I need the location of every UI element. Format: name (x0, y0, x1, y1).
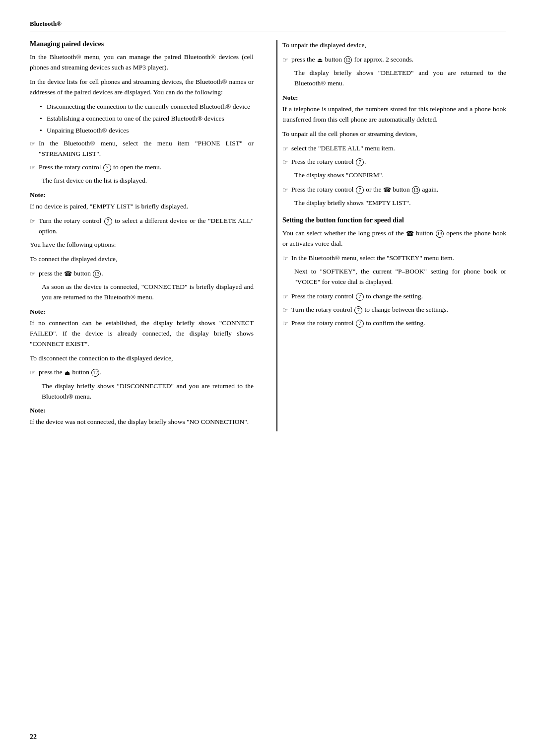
instruction-item: ☞ Press the rotary control 7 to open the… (30, 162, 254, 173)
arrow-icon: ☞ (282, 185, 288, 195)
eject-icon: ⏏ (65, 368, 70, 378)
instruction-text: Press the rotary control 7 or the ☎ butt… (291, 185, 506, 195)
instruction-item: ☞ Press the rotary control 7 or the ☎ bu… (282, 185, 506, 195)
arrow-icon: ☞ (30, 163, 36, 173)
instruction-text: press the ⏏ button 12. (39, 367, 254, 378)
softkey-text: Next to "SOFTKEY", the current "P–BOOK" … (294, 267, 506, 287)
arrow-icon: ☞ (282, 254, 288, 264)
note-text-4: If a telephone is unpaired, the numbers … (282, 104, 506, 125)
instruction-text: select the "DELETE ALL" menu item. (291, 143, 506, 154)
indent-block: Next to "SOFTKEY", the current "P–BOOK" … (294, 267, 506, 287)
speed-dial-intro: You can select whether the long press of… (282, 228, 506, 249)
phone-icon: ☎ (383, 185, 391, 195)
to-unpair-intro: To unpair the displayed device, (282, 40, 506, 51)
phone-icon: ☎ (406, 229, 414, 239)
arrow-icon: ☞ (282, 319, 288, 329)
instruction-text: In the Bluetooth® menu, select the "SOFT… (291, 253, 506, 264)
indent-block: The display briefly shows "DISCONNECTED"… (42, 381, 254, 402)
connected-text: As soon as the device is connected, "CON… (42, 282, 254, 303)
section-title-speed-dial: Setting the button function for speed di… (282, 216, 506, 224)
circled-7: 7 (354, 306, 362, 314)
circled-13: 13 (93, 270, 101, 278)
instruction-item: ☞ Press the rotary control 7. (282, 157, 506, 167)
circled-7: 7 (104, 217, 112, 225)
header-title: Bluetooth® (30, 20, 62, 27)
note-label-4: Note: (282, 93, 506, 103)
circled-13: 13 (436, 230, 444, 238)
instruction-item: ☞ In the Bluetooth® menu, select the men… (30, 138, 254, 159)
circled-13: 13 (412, 186, 420, 194)
to-disconnect-text: To disconnect the connection to the disp… (30, 353, 254, 364)
indent-block: As soon as the device is connected, "CON… (42, 282, 254, 303)
right-column: To unpair the displayed device, ☞ press … (276, 40, 506, 431)
instruction-text: Press the rotary control 7 to open the m… (39, 162, 254, 173)
instruction-text: Press the rotary control 7 to change the… (291, 291, 506, 302)
phone-icon: ☎ (64, 269, 72, 279)
two-column-layout: Managing paired devices In the Bluetooth… (30, 40, 506, 431)
indent-block: The first device on the list is displaye… (42, 176, 254, 186)
circled-7: 7 (356, 293, 364, 301)
disconnected-text: The display briefly shows "DISCONNECTED"… (42, 381, 254, 402)
arrow-icon: ☞ (282, 55, 288, 65)
instruction-text: press the ☎ button 13. (39, 269, 254, 279)
arrow-icon: ☞ (30, 216, 36, 226)
left-column: Managing paired devices In the Bluetooth… (30, 40, 259, 431)
arrow-icon: ☞ (282, 305, 288, 315)
list-item: Establishing a connection to one of the … (40, 114, 254, 124)
bullet-list: Disconnecting the connection to the curr… (40, 102, 254, 136)
instruction-text: Press the rotary control 7 to confirm th… (291, 318, 506, 329)
instruction-text: In the Bluetooth® menu, select the menu … (39, 138, 254, 159)
instruction-item: ☞ Press the rotary control 7 to confirm … (282, 318, 506, 329)
indent-block: The display briefly shows "DELETED" and … (294, 68, 506, 89)
note-text-2: If no connection can be established, the… (30, 318, 254, 349)
instruction-item: ☞ Press the rotary control 7 to change t… (282, 291, 506, 302)
circled-7: 7 (103, 164, 111, 172)
instruction-text: Press the rotary control 7. (291, 157, 506, 167)
circled-12: 12 (91, 369, 99, 377)
eject-icon: ⏏ (317, 56, 323, 65)
instruction-item: ☞ Turn the rotary control 7 to select a … (30, 216, 254, 237)
to-connect-text: To connect the displayed device, (30, 254, 254, 265)
circled-12: 12 (344, 56, 352, 64)
empty-list-text: The display briefly shows "EMPTY LIST". (294, 198, 506, 208)
you-have-text: You have the following options: (30, 240, 254, 250)
instruction-text: Turn the rotary control 7 to change betw… (291, 305, 506, 315)
arrow-icon: ☞ (30, 139, 36, 149)
arrow-icon: ☞ (30, 269, 36, 279)
note-label-1: Note: (30, 190, 254, 201)
circled-7: 7 (356, 186, 364, 194)
list-item: Unpairing Bluetooth® devices (40, 126, 254, 136)
indent-block: The display briefly shows "EMPTY LIST". (294, 198, 506, 208)
arrow-icon: ☞ (282, 157, 288, 167)
arrow-icon: ☞ (282, 292, 288, 302)
page-number: 22 (30, 733, 37, 741)
circled-7: 7 (356, 320, 364, 328)
list-item: Disconnecting the connection to the curr… (40, 102, 254, 112)
arrow-icon: ☞ (282, 144, 288, 154)
intro-para-2: In the device lists for cell phones and … (30, 77, 254, 98)
note-text-1: If no device is paired, "EMPTY LIST" is … (30, 202, 254, 212)
arrow-icon: ☞ (30, 368, 36, 378)
deleted-text: The display briefly shows "DELETED" and … (294, 68, 506, 89)
instruction-item: ☞ Turn the rotary control 7 to change be… (282, 305, 506, 315)
confirm-text: The display shows "CONFIRM". (294, 170, 506, 181)
to-unpair-all-text: To unpair all the cell phones or streami… (282, 129, 506, 139)
instruction-text: Turn the rotary control 7 to select a di… (39, 216, 254, 237)
intro-para-1: In the Bluetooth® menu, you can manage t… (30, 52, 254, 73)
instruction-item: ☞ press the ⏏ button 12 for approx. 2 se… (282, 55, 506, 65)
page-header: Bluetooth® (30, 20, 506, 31)
instruction-item: ☞ press the ⏏ button 12. (30, 367, 254, 378)
instruction-text: press the ⏏ button 12 for approx. 2 seco… (291, 55, 506, 65)
first-device-text: The first device on the list is displaye… (42, 176, 254, 186)
note-text-3: If the device was not connected, the dis… (30, 417, 254, 427)
note-label-3: Note: (30, 406, 254, 416)
instruction-item: ☞ In the Bluetooth® menu, select the "SO… (282, 253, 506, 264)
indent-block: The display shows "CONFIRM". (294, 170, 506, 181)
note-label-2: Note: (30, 307, 254, 317)
instruction-item: ☞ select the "DELETE ALL" menu item. (282, 143, 506, 154)
circled-7: 7 (356, 158, 364, 166)
section-title-managing: Managing paired devices (30, 40, 254, 48)
instruction-item: ☞ press the ☎ button 13. (30, 269, 254, 279)
page: Bluetooth® Managing paired devices In th… (0, 0, 536, 756)
